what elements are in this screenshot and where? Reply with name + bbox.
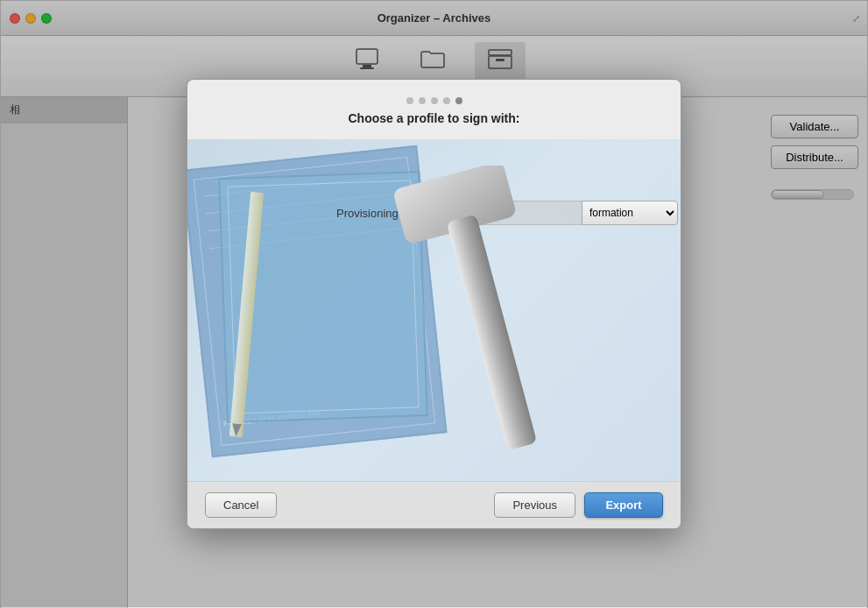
- modal-illustration-area: PROJECT APPLICATION.APP: [187, 139, 681, 481]
- modal-overlay: Choose a profile to sign with: PROJECT A…: [1, 1, 867, 607]
- dot-2: [419, 97, 426, 104]
- modal-footer: Cancel Previous Export: [187, 481, 681, 528]
- dot-5: [455, 97, 462, 104]
- modal-progress-dots: [187, 97, 681, 104]
- export-button[interactable]: Export: [584, 492, 663, 518]
- hammer-illustration: [345, 166, 590, 467]
- modal-title: Choose a profile to sign with:: [187, 111, 681, 139]
- svg-rect-7: [447, 214, 538, 450]
- modal-dialog: Choose a profile to sign with: PROJECT A…: [187, 79, 681, 529]
- provisioning-profile-select[interactable]: formation Development Distribution Ad Ho…: [582, 201, 678, 225]
- dot-1: [406, 97, 413, 104]
- dot-4: [443, 97, 450, 104]
- main-window: Organizer – Archives ⤢ Devices Projects: [0, 0, 868, 608]
- footer-right-buttons: Previous Export: [494, 492, 663, 518]
- modal-body: Choose a profile to sign with: PROJECT A…: [187, 80, 681, 481]
- previous-button[interactable]: Previous: [494, 492, 575, 518]
- dot-3: [431, 97, 438, 104]
- cancel-button[interactable]: Cancel: [205, 492, 277, 518]
